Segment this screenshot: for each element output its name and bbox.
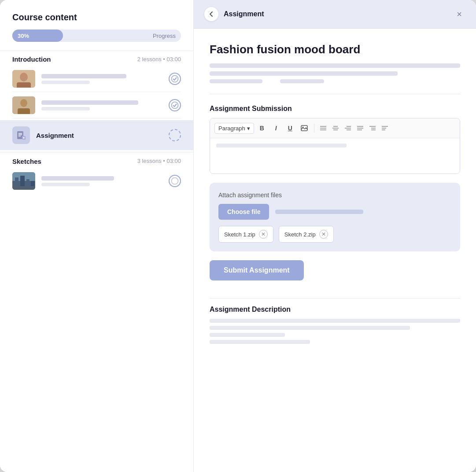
section-header-introduction: Introduction 2 lessons • 03:00 xyxy=(0,51,193,66)
toolbar-list-btn[interactable] xyxy=(318,123,328,133)
file-remove-button[interactable]: ✕ xyxy=(259,230,268,239)
svg-point-3 xyxy=(172,76,178,82)
attached-files: Sketch 1.zip ✕ Sketch 2.zip ✕ xyxy=(218,226,451,243)
editor-container: Paragraph ▾ B I U xyxy=(210,118,460,174)
right-panel: Assignment × Fashion fusion mood board A… xyxy=(194,0,476,472)
desc-placeholder-3 xyxy=(210,79,262,83)
editor-body[interactable] xyxy=(210,138,460,173)
submission-section-title: Assignment Submission xyxy=(210,105,460,113)
lesson-info xyxy=(41,100,162,111)
desc-line-3 xyxy=(210,333,285,337)
progress-bar-container: 30% Progress xyxy=(12,30,181,42)
desc-placeholder-4 xyxy=(280,79,324,83)
svg-rect-6 xyxy=(18,108,30,114)
file-tag: Sketch 2.zip ✕ xyxy=(279,226,334,243)
desc-placeholder-2 xyxy=(210,71,398,76)
assignment-check-circle xyxy=(169,129,181,141)
lesson-sub-placeholder xyxy=(41,183,90,186)
svg-rect-18 xyxy=(20,176,25,186)
lesson-sub-placeholder xyxy=(41,81,90,84)
svg-rect-2 xyxy=(17,82,31,88)
lesson-thumbnail xyxy=(12,70,35,88)
check-icon-incomplete xyxy=(169,175,181,187)
check-icon-completed xyxy=(169,99,181,111)
section-name-sketches: Sketches xyxy=(12,158,41,165)
panel-header: Assignment × xyxy=(194,0,476,29)
toolbar-indent-btn[interactable] xyxy=(367,123,378,133)
assignment-icon xyxy=(12,126,30,144)
lesson-thumbnail xyxy=(12,172,35,190)
lesson-thumbnail xyxy=(12,96,35,114)
app-container: Course content 30% Progress Introduction… xyxy=(0,0,476,472)
panel-content: Fashion fusion mood board Assignment Sub… xyxy=(194,29,476,361)
progress-text: Progress xyxy=(153,33,176,39)
panel-header-left: Assignment xyxy=(204,7,264,21)
check-icon-completed xyxy=(169,73,181,85)
toolbar-italic-btn[interactable]: I xyxy=(270,122,282,134)
description-title: Assignment Description xyxy=(210,306,460,313)
progress-percent: 30% xyxy=(18,33,29,39)
editor-toolbar: Paragraph ▾ B I U xyxy=(210,118,460,138)
editor-placeholder xyxy=(216,144,347,148)
toolbar-image-btn[interactable] xyxy=(298,122,310,134)
toolbar-align-right-btn[interactable] xyxy=(343,123,353,133)
toolbar-underline-btn[interactable]: U xyxy=(284,122,296,134)
sidebar: Course content 30% Progress Introduction… xyxy=(0,0,194,472)
separator xyxy=(210,298,460,299)
lesson-info xyxy=(41,176,162,186)
assignment-item[interactable]: Assignment xyxy=(0,120,193,150)
choose-file-row: Choose file xyxy=(218,204,451,220)
assignment-main-title: Fashion fusion mood board xyxy=(210,43,460,56)
svg-point-21 xyxy=(172,178,178,184)
toolbar-bold-btn[interactable]: B xyxy=(256,122,268,134)
section-meta-sketches: 3 lessons • 03:00 xyxy=(137,158,181,165)
toolbar-outdent-btn[interactable] xyxy=(380,123,390,133)
panel-title: Assignment xyxy=(224,10,264,18)
toolbar-separator xyxy=(314,124,314,133)
svg-point-5 xyxy=(20,99,27,107)
lesson-title-placeholder xyxy=(41,100,138,105)
back-button[interactable] xyxy=(204,7,218,21)
close-button[interactable]: × xyxy=(453,8,465,20)
sidebar-title: Course content xyxy=(0,0,193,30)
description-section: Assignment Description xyxy=(210,306,460,344)
toolbar-align-center-btn[interactable] xyxy=(330,123,341,133)
assignment-item-title: Assignment xyxy=(36,132,162,139)
choose-file-button[interactable]: Choose file xyxy=(218,204,269,220)
svg-rect-20 xyxy=(31,181,34,186)
svg-rect-17 xyxy=(15,177,18,186)
section-name-introduction: Introduction xyxy=(12,55,51,63)
file-name: Sketch 1.zip xyxy=(224,231,255,238)
svg-rect-19 xyxy=(26,179,30,186)
toolbar-dropdown-arrow: ▾ xyxy=(247,125,250,132)
file-input-placeholder xyxy=(275,210,363,214)
section-header-sketches: Sketches 3 lessons • 03:00 xyxy=(0,152,193,168)
file-tag: Sketch 1.zip ✕ xyxy=(218,226,273,243)
list-item[interactable] xyxy=(0,168,193,194)
list-item[interactable] xyxy=(0,92,193,118)
desc-line-2 xyxy=(210,326,410,330)
file-name: Sketch 2.zip xyxy=(284,231,316,238)
submit-assignment-button[interactable]: Submit Assignment xyxy=(210,260,304,280)
lesson-sub-placeholder xyxy=(41,107,90,111)
desc-line-1 xyxy=(210,319,460,323)
svg-point-1 xyxy=(20,73,28,81)
lesson-info xyxy=(41,74,162,84)
list-item[interactable] xyxy=(0,66,193,92)
attach-label: Attach assignment files xyxy=(218,192,451,199)
lesson-title-placeholder xyxy=(41,74,126,78)
main-layout: Course content 30% Progress Introduction… xyxy=(0,0,476,472)
toolbar-paragraph-dropdown[interactable]: Paragraph ▾ xyxy=(214,123,254,134)
file-remove-button[interactable]: ✕ xyxy=(319,230,328,239)
attach-files-box: Attach assignment files Choose file Sket… xyxy=(210,183,460,251)
toolbar-paragraph-label: Paragraph xyxy=(218,125,245,132)
section-meta-introduction: 2 lessons • 03:00 xyxy=(137,56,181,63)
separator xyxy=(210,94,460,94)
svg-point-7 xyxy=(172,102,178,109)
desc-line-4 xyxy=(210,340,310,344)
toolbar-align-justify-btn[interactable] xyxy=(355,123,365,133)
lesson-title-placeholder xyxy=(41,176,114,181)
desc-placeholder-1 xyxy=(210,63,460,68)
